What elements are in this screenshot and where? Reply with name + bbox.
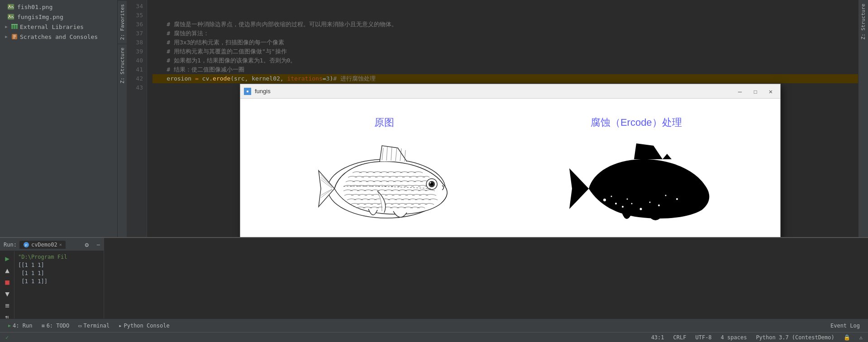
structure-label[interactable]: Z: Structure <box>858 0 868 43</box>
library-icon <box>11 23 18 30</box>
run-panel: Run: P cvDemo02 ✕ ⚙ — ▶ ▲ ■ ▼ ≡ ⇅ ★ .. <box>0 238 104 318</box>
line-ending[interactable]: CRLF <box>673 334 687 341</box>
favorites-tab[interactable]: 2: Favorites <box>118 0 127 43</box>
run-again-button[interactable]: ▶ <box>2 253 13 264</box>
code-line-36: # 腐蚀是一种消除边界点，使边界向内部收缩的过程。可以用来消除小且无意义的物体。 <box>153 20 858 29</box>
minimize-panel-button[interactable]: — <box>97 242 100 248</box>
processed-label: 腐蚀（Ercode）处理 <box>591 116 682 129</box>
svg-point-24 <box>665 195 666 196</box>
original-label: 原图 <box>374 116 394 129</box>
chevron-icon: ▶ <box>4 24 9 29</box>
code-line-35 <box>153 11 858 20</box>
image-icon-2 <box>7 13 14 20</box>
svg-point-19 <box>676 198 678 200</box>
svg-point-14 <box>603 199 606 201</box>
python-console-toolbar-btn[interactable]: ▸ Python Console <box>114 320 174 331</box>
svg-rect-6 <box>16 24 18 29</box>
python-version[interactable]: Python 3.7 (ContestDemo) <box>756 334 834 341</box>
indent-info[interactable]: 4 spaces <box>721 334 747 341</box>
python-icon: P <box>23 242 29 248</box>
output-line-4: [1 1 1]] <box>18 277 100 285</box>
svg-point-21 <box>615 203 617 204</box>
code-line-34 <box>153 2 858 11</box>
structure-tab[interactable]: Z: Structure <box>118 43 127 87</box>
code-editor: 34 35 36 37 38 39 40 41 42 43 # 腐蚀是一种消除边… <box>127 0 858 237</box>
chevron-icon-2: ▶ <box>4 34 9 39</box>
project-sidebar: fish01.png fungisImg.png ▶ External Libr… <box>0 0 118 237</box>
encoding[interactable]: UTF-8 <box>695 334 711 341</box>
svg-point-13 <box>430 182 431 183</box>
event-log-label: Event Log <box>830 323 860 329</box>
code-line-41: # 结果：使二值图像减小一圈 <box>153 65 858 74</box>
sidebar-item-fungisimg[interactable]: fungisImg.png <box>0 12 117 22</box>
status-bar: ✓ 43:1 CRLF UTF-8 4 spaces Python 3.7 (C… <box>0 332 868 342</box>
popup-content: 原图 <box>240 99 780 237</box>
code-line-38: # 用3x3的结构元素，扫描图像的每一个像素 <box>153 38 858 47</box>
sidebar-item-external-libraries[interactable]: ▶ External Libraries <box>0 22 117 32</box>
close-button[interactable]: ✕ <box>765 87 777 96</box>
bottom-area: Run: P cvDemo02 ✕ ⚙ — ▶ ▲ ■ ▼ ≡ ⇅ ★ .. <box>0 237 868 318</box>
cursor-position[interactable]: 43:1 <box>651 334 664 341</box>
svg-point-16 <box>639 208 642 210</box>
image-icon <box>7 3 14 10</box>
run-tab[interactable]: P cvDemo02 ✕ <box>19 241 66 249</box>
svg-point-15 <box>622 206 624 208</box>
run-toolbar-btn[interactable]: ▶ 4: Run <box>4 320 37 331</box>
popup-title: fungis <box>255 88 730 95</box>
event-log-btn[interactable]: Event Log <box>826 320 864 331</box>
output-line-2: [[1 1 1] <box>18 261 100 269</box>
svg-rect-0 <box>8 4 14 10</box>
maximize-button[interactable]: ☐ <box>749 87 761 96</box>
svg-point-23 <box>626 198 628 200</box>
processed-image-section: 腐蚀（Ercode）处理 <box>550 116 722 236</box>
line-numbers: 34 35 36 37 38 39 40 41 42 43 <box>127 0 147 237</box>
stop-button[interactable]: ■ <box>2 276 13 287</box>
todo-icon: ≡ <box>41 323 44 329</box>
output-line-3: [1 1 1] <box>18 269 100 277</box>
python-console-label: Python Console <box>124 323 169 329</box>
scratches-consoles-label: Scratches and Consoles <box>20 33 98 40</box>
run-header: Run: P cvDemo02 ✕ ⚙ — <box>0 238 104 251</box>
run-label: Run: <box>4 242 17 248</box>
check-icon: ✓ <box>5 334 9 341</box>
popup-icon: ▪ <box>244 88 251 95</box>
python-console-icon: ▸ <box>119 323 122 329</box>
terminal-icon: ▭ <box>78 323 81 329</box>
run-toolbar-label: 4: Run <box>13 323 32 329</box>
file-name-fungisimg: fungisImg.png <box>17 14 63 20</box>
code-line-39: # 用结构元素与其覆盖的二值图像做"与"操作 <box>153 47 858 56</box>
scroll-down-button[interactable]: ▼ <box>2 288 13 299</box>
popup-titlebar: ▪ fungis — ☐ ✕ <box>240 84 780 99</box>
svg-rect-5 <box>14 24 15 29</box>
sidebar-item-fish01[interactable]: fish01.png <box>0 2 117 12</box>
original-fish-image <box>298 137 470 236</box>
run-tab-label: cvDemo02 <box>31 242 57 248</box>
rerun-button[interactable]: ≡ <box>2 300 13 311</box>
status-right: 43:1 CRLF UTF-8 4 spaces Python 3.7 (Con… <box>651 334 863 341</box>
scratches-icon <box>11 33 18 40</box>
terminal-toolbar-btn[interactable]: ▭ Terminal <box>74 320 114 331</box>
processed-fish-image <box>550 137 722 236</box>
todo-toolbar-label: 6: TODO <box>47 323 70 329</box>
close-run-tab[interactable]: ✕ <box>59 242 62 247</box>
minimize-button[interactable]: — <box>734 87 746 96</box>
settings-button[interactable]: ⚙ <box>81 239 92 250</box>
git-section: ✓ <box>5 334 10 341</box>
todo-toolbar-btn[interactable]: ≡ 6: TODO <box>37 320 74 331</box>
sidebar-item-scratches-consoles[interactable]: ▶ Scratches and Consoles <box>0 32 117 42</box>
right-structure-panel: Z: Structure <box>858 0 868 237</box>
svg-point-22 <box>610 195 612 197</box>
warning-icon: ⚠ <box>859 334 863 341</box>
svg-rect-7 <box>11 24 18 25</box>
lock-icon: 🔒 <box>844 334 850 341</box>
code-line-42: erosion = cv.erode(src, kernel02, iterat… <box>153 74 858 83</box>
external-libraries-label: External Libraries <box>20 24 84 30</box>
output-line-1: "D:\Program Fil <box>18 253 100 261</box>
terminal-toolbar-label: Terminal <box>83 323 110 329</box>
file-name-fish01: fish01.png <box>17 4 52 10</box>
scroll-up-button[interactable]: ▲ <box>2 265 13 276</box>
svg-text:P: P <box>25 243 27 247</box>
left-vertical-tabs: 2: Favorites Z: Structure <box>118 0 127 237</box>
run-icon: ▶ <box>8 323 11 328</box>
code-line-40: # 如果都为1，结果图像的该像素为1。否则为0。 <box>153 56 858 65</box>
